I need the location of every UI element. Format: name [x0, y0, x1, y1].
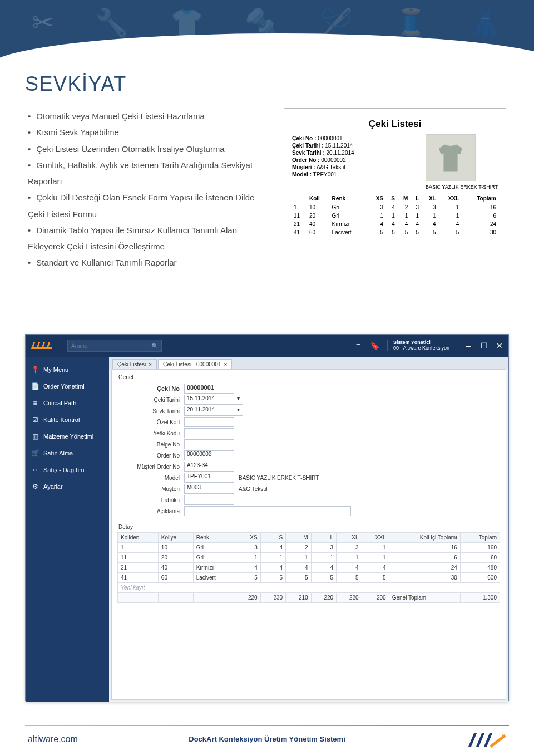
- report-title: Çeki Listesi: [292, 119, 498, 130]
- report-preview: Çeki Listesi Çeki No : 00000001 Çeki Tar…: [284, 108, 506, 271]
- list-item: Çoklu Dil Desteği Olan Esnek Form Yapısı…: [28, 189, 267, 222]
- page-footer: altiware.com DockArt Konfeksiyon Üretim …: [0, 725, 534, 756]
- sidebar-item[interactable]: ≡Critical Path: [26, 395, 109, 411]
- tab-strip: Çeki Listesi × Çeki Listesi - 00000001 ×: [109, 357, 508, 369]
- close-icon[interactable]: ×: [224, 361, 228, 367]
- sidebar-item[interactable]: ☑Kalite Kontrol: [26, 411, 109, 428]
- detay-label: Detay: [117, 523, 500, 532]
- table-row[interactable]: 1120Gri111111660: [118, 553, 500, 563]
- product-image: [426, 134, 476, 181]
- sidebar-icon: ↔: [31, 466, 39, 474]
- list-item: Günlük, Haftalık, Aylık ve İstenen Tarih…: [28, 157, 267, 190]
- yetki-kodu-field[interactable]: [184, 428, 234, 438]
- sidebar-icon: 📍: [31, 366, 39, 374]
- tab-ceki-listesi[interactable]: Çeki Listesi ×: [112, 359, 157, 369]
- sevk-tarihi-field[interactable]: 20.11.2014: [184, 406, 234, 416]
- tab-ceki-listesi-detail[interactable]: Çeki Listesi - 00000001 ×: [158, 359, 232, 369]
- belge-no-field[interactable]: [184, 439, 234, 449]
- sidebar-icon: ▥: [31, 433, 39, 440]
- ceki-tarihi-field[interactable]: 15.11.2014: [184, 395, 234, 405]
- calendar-icon[interactable]: ▾: [234, 395, 243, 405]
- footer-url: altiware.com: [28, 734, 78, 744]
- table-row[interactable]: 4160Lacivert55555530600: [118, 573, 500, 583]
- app-window: 🔍 ≡ 🔖 Sistem Yönetici 00 - Altiware Konf…: [25, 334, 509, 701]
- page-title: SEVKİYAT: [25, 72, 509, 96]
- maximize-icon[interactable]: ☐: [479, 341, 488, 350]
- list-item: Dinamik Tablo Yapısı ile Sınırsız Kullan…: [28, 222, 267, 255]
- footer-logo: [467, 730, 506, 749]
- search-input[interactable]: [71, 343, 151, 349]
- model-field[interactable]: TPEY001: [184, 473, 234, 483]
- ozel-kod-field[interactable]: [184, 417, 234, 427]
- report-table: Koli Renk XS S M L XL XXL Toplam 110Gri3…: [292, 194, 498, 237]
- sidebar-icon: ☑: [31, 416, 39, 424]
- calendar-icon[interactable]: ▾: [234, 406, 243, 416]
- footer-title: DockArt Konfeksiyon Üretim Yönetim Siste…: [189, 735, 345, 743]
- bookmark-icon[interactable]: 🔖: [370, 341, 379, 350]
- musteri-field[interactable]: M003: [184, 484, 234, 494]
- bullet-list: Otomatik veya Manuel Çeki Listesi Hazırl…: [25, 108, 267, 271]
- menu-icon[interactable]: ≡: [354, 341, 363, 350]
- fabrika-field[interactable]: [184, 495, 234, 505]
- sidebar-icon: 📄: [31, 382, 39, 390]
- list-item: Otomatik veya Manuel Çeki Listesi Hazırl…: [28, 108, 267, 124]
- list-item: Standart ve Kullanıcı Tanımlı Raporlar: [28, 254, 267, 271]
- detail-grid[interactable]: KolidenKoliyeRenkXSSMLXLXXLKoli İçi Topl…: [117, 532, 500, 603]
- sidebar-icon: ⚙: [31, 483, 39, 490]
- top-banner: ✂🔧👕🔩🪡🧵👗: [0, 0, 534, 67]
- titlebar: 🔍 ≡ 🔖 Sistem Yönetici 00 - Altiware Konf…: [26, 335, 508, 357]
- sidebar: 📍My Menu📄Order Yönetimi≡Critical Path☑Ka…: [26, 357, 109, 702]
- close-icon[interactable]: ✕: [495, 341, 504, 350]
- search-icon: 🔍: [151, 343, 158, 349]
- close-icon[interactable]: ×: [149, 361, 152, 367]
- sidebar-icon: 🛒: [31, 449, 39, 457]
- list-item: Çeki Listesi Üzerinden Otomatik İrsaliye…: [28, 141, 267, 157]
- sidebar-item[interactable]: ⚙Ayarlar: [26, 478, 109, 495]
- sidebar-item[interactable]: 🛒Satın Alma: [26, 445, 109, 462]
- section-label: Genel: [117, 373, 500, 382]
- table-row[interactable]: 110Gri34233116160: [118, 543, 500, 553]
- user-block[interactable]: Sistem Yönetici 00 - Altiware Konfeksiyo…: [387, 340, 449, 351]
- accent-stripe: [0, 31, 22, 38]
- sidebar-item[interactable]: 📍My Menu: [26, 361, 109, 378]
- sidebar-item[interactable]: ▥Malzeme Yönetimi: [26, 428, 109, 445]
- app-logo: [32, 342, 52, 349]
- order-no-field[interactable]: 00000002: [184, 450, 234, 460]
- sidebar-icon: ≡: [31, 399, 39, 407]
- banner-icons: ✂🔧👕🔩🪡🧵👗: [0, 0, 534, 67]
- musteri-order-no-field[interactable]: A123-34: [184, 462, 234, 472]
- list-item: Kısmi Sevk Yapabilme: [28, 124, 267, 140]
- minimize-icon[interactable]: –: [464, 341, 473, 350]
- search-box[interactable]: 🔍: [67, 340, 162, 352]
- aciklama-field[interactable]: [184, 506, 351, 516]
- sidebar-item[interactable]: ↔Satış - Dağıtım: [26, 462, 109, 478]
- ceki-no-field[interactable]: 00000001: [184, 384, 234, 394]
- table-row[interactable]: 2140Kırmızı44444424480: [118, 563, 500, 573]
- form-genel: Çeki No00000001 Çeki Tarihi15.11.2014▾ S…: [134, 384, 500, 516]
- sidebar-item[interactable]: 📄Order Yönetimi: [26, 378, 109, 395]
